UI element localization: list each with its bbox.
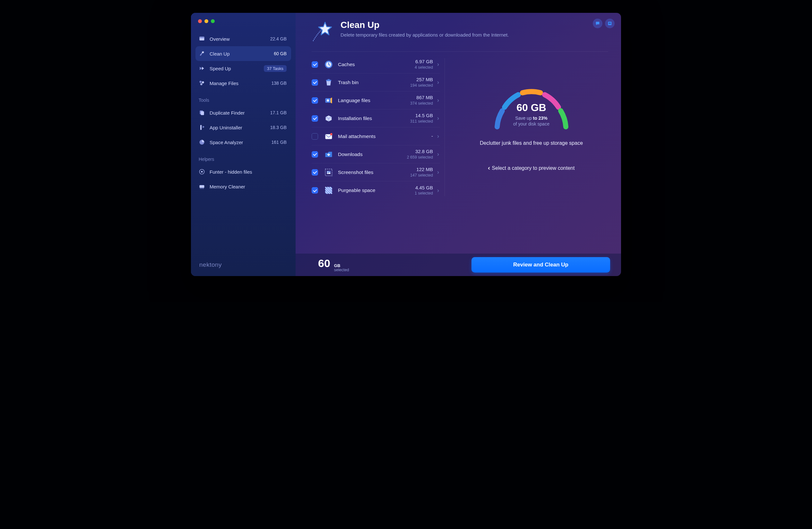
category-checkbox[interactable] <box>311 187 318 194</box>
sidebar-item-memorycleaner[interactable]: Memory Cleaner <box>195 179 291 194</box>
sidebar-item-label: Duplicate Finder <box>209 110 245 116</box>
sidebar-item-funter[interactable]: Funter - hidden files <box>195 165 291 179</box>
top-right-actions <box>593 19 614 28</box>
category-installationfiles[interactable]: Installation files 14.5 GB 311 selected … <box>311 110 440 127</box>
caches-icon <box>324 60 333 69</box>
category-selected: 374 selected <box>410 101 433 105</box>
window-controls <box>191 13 295 31</box>
category-name: Purgeable space <box>338 187 375 193</box>
close-window-button[interactable] <box>198 19 202 23</box>
sidebar-item-speedup[interactable]: Speed Up 37 Tasks <box>195 61 291 76</box>
svg-rect-1 <box>200 37 204 38</box>
category-meta: - <box>431 133 436 139</box>
category-checkbox[interactable] <box>311 169 318 175</box>
category-size: 14.5 GB <box>410 113 433 118</box>
category-checkbox[interactable] <box>311 115 318 121</box>
category-name: Language files <box>338 98 371 103</box>
sidebar-item-label: Funter - hidden files <box>209 169 252 175</box>
svg-point-4 <box>202 81 204 84</box>
category-size: 257 MB <box>410 77 433 83</box>
minimize-window-button[interactable] <box>204 19 208 23</box>
category-size: 867 MB <box>410 95 433 100</box>
svg-point-31 <box>328 171 328 172</box>
review-cleanup-button[interactable]: Review and Clean Up <box>472 257 610 273</box>
declutter-text: Declutter junk files and free up storage… <box>480 140 583 146</box>
chevron-right-icon: › <box>436 115 440 121</box>
sidebar-item-label: App Uninstaller <box>209 125 242 130</box>
category-size: 122 MB <box>410 167 433 172</box>
gauge-value: 60 GB <box>487 102 577 114</box>
content-area: Caches 6.97 GB 4 selected › Trash bin 25… <box>295 56 621 254</box>
category-checkbox[interactable] <box>311 97 318 104</box>
category-meta: 122 MB 147 selected <box>410 167 436 177</box>
page-subtitle: Delete temporary files created by applic… <box>340 32 509 38</box>
uninstaller-icon <box>199 124 205 131</box>
category-trashbin[interactable]: Trash bin 257 MB 194 selected › <box>311 73 440 91</box>
svg-rect-15 <box>202 188 203 189</box>
chevron-right-icon: › <box>436 79 440 86</box>
brand-logo: nektony <box>191 254 295 276</box>
app-window: Overview 22.4 GB Clean Up 60 GB Speed Up… <box>191 13 621 276</box>
chevron-right-icon: › <box>436 151 440 158</box>
category-checkbox[interactable] <box>311 79 318 86</box>
category-selected: 147 selected <box>410 173 433 177</box>
category-name: Screenshot files <box>338 170 373 175</box>
category-caches[interactable]: Caches 6.97 GB 4 selected › <box>311 56 440 73</box>
zoom-window-button[interactable] <box>211 19 215 23</box>
sidebar-item-duplicatefinder[interactable]: Duplicate Finder 17.1 GB <box>195 105 291 120</box>
category-size: 6.97 GB <box>415 59 433 65</box>
sidebar-section-helpers: Helpers <box>191 149 295 165</box>
category-selected: 4 selected <box>415 65 433 70</box>
sidebar-section-tools: Tools <box>191 90 295 105</box>
svg-point-28 <box>330 133 333 135</box>
sidebar-item-appuninstaller[interactable]: App Uninstaller 18.3 GB <box>195 120 291 135</box>
analyzer-icon <box>199 139 205 145</box>
category-checkbox[interactable] <box>311 151 318 158</box>
category-selected: 311 selected <box>410 119 433 124</box>
category-name: Trash bin <box>338 80 359 85</box>
downloads-icon <box>324 149 333 159</box>
svg-rect-16 <box>203 188 204 189</box>
purgeable-icon <box>324 186 333 195</box>
category-checkbox[interactable] <box>311 133 318 140</box>
category-meta: 6.97 GB 4 selected <box>415 59 436 70</box>
category-size: 32.8 GB <box>407 149 433 154</box>
footer-bar: 60 GB selected Review and Clean Up <box>295 254 621 276</box>
category-screenshotfiles[interactable]: Screenshot files 122 MB 147 selected › <box>311 163 440 181</box>
category-meta: 867 MB 374 selected <box>410 95 436 105</box>
sidebar-item-label: Speed Up <box>209 66 231 71</box>
sidebar-item-meta: 22.4 GB <box>270 36 287 41</box>
sidebar-item-label: Space Analyzer <box>209 140 243 145</box>
category-name: Caches <box>338 62 355 68</box>
sidebar-item-managefiles[interactable]: Manage Files 138 GB <box>195 76 291 90</box>
category-list: Caches 6.97 GB 4 selected › Trash bin 25… <box>311 56 440 254</box>
duplicate-icon <box>199 110 205 116</box>
category-name: Mail attachments <box>338 133 376 139</box>
feedback-button[interactable] <box>593 19 603 28</box>
speedup-icon <box>199 65 205 72</box>
svg-point-3 <box>200 81 202 83</box>
category-purgeablespace[interactable]: Purgeable space 4.45 GB 1 selected › <box>311 181 440 199</box>
category-downloads[interactable]: Downloads 32.8 GB 2 659 selected › <box>311 145 440 163</box>
memory-icon <box>199 183 205 190</box>
sidebar-nav-tools: Duplicate Finder 17.1 GB App Uninstaller… <box>191 105 295 149</box>
sidebar-item-overview[interactable]: Overview 22.4 GB <box>195 31 291 46</box>
category-selected: 1 selected <box>415 191 433 196</box>
category-mailattachments[interactable]: Mail attachments - › <box>311 127 440 145</box>
managefiles-icon <box>199 80 205 86</box>
category-meta: 4.45 GB 1 selected <box>415 185 436 196</box>
trash-icon <box>324 78 333 87</box>
sidebar: Overview 22.4 GB Clean Up 60 GB Speed Up… <box>191 13 295 276</box>
summary-panel: 60 GB Save up to 23% of your disk space … <box>454 56 608 254</box>
footer-summary: 60 GB selected <box>318 257 349 273</box>
chevron-right-icon: › <box>436 97 440 104</box>
category-meta: 257 MB 194 selected <box>410 77 436 88</box>
category-size: 4.45 GB <box>415 185 433 191</box>
category-checkbox[interactable] <box>311 61 318 68</box>
sidebar-item-spaceanalyzer[interactable]: Space Analyzer 161 GB <box>195 135 291 149</box>
news-button[interactable] <box>605 19 614 28</box>
svg-rect-8 <box>200 125 202 130</box>
category-languagefiles[interactable]: Language files 867 MB 374 selected › <box>311 91 440 110</box>
sidebar-item-meta: 17.1 GB <box>270 110 287 115</box>
sidebar-item-cleanup[interactable]: Clean Up 60 GB <box>195 46 291 61</box>
